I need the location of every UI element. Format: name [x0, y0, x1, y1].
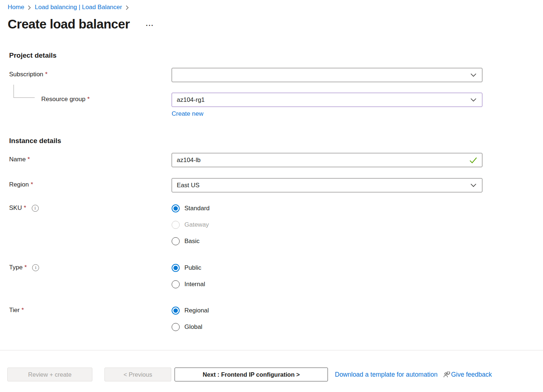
chevron-right-icon — [28, 5, 31, 10]
radio-disabled-icon — [172, 221, 180, 229]
tier-label-text: Tier — [9, 307, 20, 314]
name-label: Name * — [9, 153, 172, 163]
sku-row: SKU * i Standard Gateway Basic — [9, 203, 543, 246]
next-frontend-ip-button[interactable]: Next : Frontend IP configuration > — [175, 368, 328, 381]
subscription-label-text: Subscription — [9, 71, 43, 78]
info-icon[interactable]: i — [32, 264, 39, 271]
tier-option-global[interactable]: Global — [172, 322, 482, 332]
resource-group-value: az104-rg1 — [177, 96, 205, 104]
chevron-down-icon — [470, 98, 477, 102]
page-title: Create load balancer — [8, 15, 130, 33]
breadcrumb-home-link[interactable]: Home — [8, 4, 24, 11]
region-label-text: Region — [9, 181, 29, 188]
type-label: Type * i — [9, 263, 172, 271]
sku-radio-group: Standard Gateway Basic — [172, 203, 482, 246]
radio-selected-icon — [172, 264, 180, 272]
name-label-text: Name — [9, 156, 26, 163]
tier-option-regional-label: Regional — [184, 307, 209, 314]
review-create-button[interactable]: Review + create — [7, 368, 92, 381]
tier-label: Tier * — [9, 305, 172, 314]
tier-radio-group: Regional Global — [172, 305, 482, 332]
subscription-label: Subscription * — [9, 68, 172, 78]
region-dropdown[interactable]: East US — [172, 178, 482, 192]
project-details-heading: Project details — [9, 51, 543, 60]
tier-option-regional[interactable]: Regional — [172, 305, 482, 316]
page-header: Create load balancer ··· — [8, 15, 543, 33]
name-row: Name * — [9, 153, 543, 167]
type-row: Type * i Public Internal — [9, 263, 543, 289]
radio-selected-icon — [172, 204, 180, 212]
name-input[interactable] — [177, 157, 467, 164]
feedback-icon — [443, 371, 450, 378]
region-label: Region * — [9, 178, 172, 188]
footer-action-bar: Review + create < Previous Next : Fronte… — [0, 353, 543, 381]
breadcrumb: Home Load balancing | Load Balancer — [0, 0, 543, 11]
radio-selected-icon — [172, 307, 180, 315]
type-option-public-label: Public — [184, 264, 201, 272]
project-details-section: Subscription * Resource group * — [9, 68, 543, 118]
type-option-public[interactable]: Public — [172, 263, 482, 273]
type-radio-group: Public Internal — [172, 263, 482, 289]
radio-unselected-icon — [172, 280, 180, 288]
info-icon[interactable]: i — [32, 205, 39, 212]
required-asterisk: * — [31, 181, 33, 188]
name-input-wrap — [172, 153, 482, 167]
footer-divider — [0, 350, 543, 350]
sku-option-gateway: Gateway — [172, 220, 482, 230]
tier-row: Tier * Regional Global — [9, 305, 543, 332]
give-feedback-wrap[interactable]: Give feedback — [443, 371, 492, 378]
sku-label-text: SKU — [9, 204, 22, 212]
sku-label: SKU * i — [9, 203, 172, 212]
create-load-balancer-page: Home Load balancing | Load Balancer Crea… — [0, 0, 543, 392]
hierarchy-connector-line — [14, 85, 35, 98]
create-new-link[interactable]: Create new — [172, 110, 203, 118]
required-asterisk: * — [22, 307, 24, 314]
instance-details-heading: Instance details — [9, 137, 543, 145]
required-asterisk: * — [87, 96, 90, 103]
chevron-down-icon — [470, 73, 477, 77]
sku-option-standard[interactable]: Standard — [172, 203, 482, 214]
valid-check-icon — [469, 157, 477, 163]
sku-option-standard-label: Standard — [184, 205, 210, 212]
chevron-right-icon — [126, 5, 129, 10]
type-option-internal[interactable]: Internal — [172, 279, 482, 289]
sku-option-basic-label: Basic — [184, 238, 200, 245]
sku-option-gateway-label: Gateway — [184, 221, 209, 228]
resource-group-label-text: Resource group — [41, 96, 85, 103]
form-content: Project details Subscription * — [0, 51, 543, 332]
give-feedback-link[interactable]: Give feedback — [451, 371, 492, 378]
download-template-link[interactable]: Download a template for automation — [335, 371, 437, 378]
previous-button[interactable]: < Previous — [104, 368, 171, 381]
radio-unselected-icon — [172, 237, 180, 245]
radio-unselected-icon — [172, 323, 180, 331]
subscription-row: Subscription * — [9, 68, 543, 82]
type-label-text: Type — [9, 264, 23, 271]
region-value: East US — [177, 182, 199, 189]
sku-option-basic[interactable]: Basic — [172, 236, 482, 246]
chevron-down-icon — [470, 183, 477, 187]
resource-group-row: Resource group * az104-rg1 Create new — [9, 93, 543, 118]
required-asterisk: * — [24, 264, 27, 271]
region-row: Region * East US — [9, 178, 543, 192]
more-options-icon[interactable]: ··· — [146, 22, 154, 30]
type-option-internal-label: Internal — [184, 281, 205, 288]
resource-group-dropdown[interactable]: az104-rg1 — [172, 93, 482, 107]
required-asterisk: * — [24, 204, 26, 212]
required-asterisk: * — [27, 156, 30, 163]
breadcrumb-load-balancing-link[interactable]: Load balancing | Load Balancer — [35, 4, 122, 11]
subscription-dropdown[interactable] — [172, 68, 482, 82]
required-asterisk: * — [45, 71, 48, 78]
tier-option-global-label: Global — [184, 323, 202, 331]
